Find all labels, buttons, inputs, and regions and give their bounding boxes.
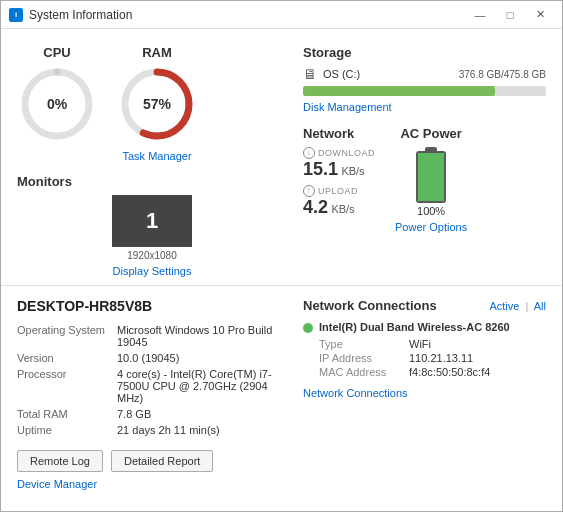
network-section: Network ↓ DOWNLOAD 15.1 KB/s ↑ bbox=[303, 126, 375, 233]
table-row: MAC Address f4:8c:50:50:8c:f4 bbox=[319, 365, 510, 379]
battery-container bbox=[414, 147, 448, 203]
cpu-label: CPU bbox=[43, 45, 70, 60]
left-panel: CPU 0% RAM bbox=[17, 45, 287, 277]
ram-value-info: 7.8 GB bbox=[117, 406, 287, 422]
net-filter-links: Active | All bbox=[489, 300, 546, 312]
remote-log-button[interactable]: Remote Log bbox=[17, 450, 103, 472]
maximize-button[interactable]: □ bbox=[496, 5, 524, 25]
uptime-label: Uptime bbox=[17, 422, 117, 438]
drive-size: 376.8 GB/475.8 GB bbox=[459, 69, 546, 80]
top-section: CPU 0% RAM bbox=[1, 29, 562, 286]
cpu-gauge-item: CPU 0% bbox=[17, 45, 97, 144]
connection-status-dot bbox=[303, 323, 313, 333]
monitor-display: 1 bbox=[112, 195, 192, 247]
task-manager-link[interactable]: Task Manager bbox=[122, 150, 191, 162]
monitor-resolution: 1920x1080 bbox=[17, 250, 287, 261]
net-connections-header: Network Connections Active | All bbox=[303, 298, 546, 313]
uptime-value: 21 days 2h 11 min(s) bbox=[117, 422, 287, 438]
minimize-button[interactable]: — bbox=[466, 5, 494, 25]
ac-power-section: AC Power 100% Power Options bbox=[395, 126, 467, 233]
table-row: Version 10.0 (19045) bbox=[17, 350, 287, 366]
upload-icon: ↑ bbox=[303, 185, 315, 197]
battery-fill bbox=[418, 153, 444, 201]
connection-details-table: Type WiFi IP Address 110.21.13.11 MAC Ad… bbox=[319, 337, 510, 379]
ram-circle: 57% bbox=[117, 64, 197, 144]
cpu-value: 0% bbox=[47, 96, 67, 112]
ip-label: IP Address bbox=[319, 351, 409, 365]
upload-unit: KB/s bbox=[331, 203, 354, 215]
processor-label: Processor bbox=[17, 366, 117, 406]
battery-percent: 100% bbox=[417, 205, 445, 217]
ram-value: 57% bbox=[143, 96, 171, 112]
processor-value: 4 core(s) - Intel(R) Core(TM) i7-7500U C… bbox=[117, 366, 287, 406]
ram-label-info: Total RAM bbox=[17, 406, 117, 422]
network-connections-panel: Network Connections Active | All Intel(R… bbox=[303, 298, 546, 499]
net-connections-title: Network Connections bbox=[303, 298, 437, 313]
separator: | bbox=[525, 300, 528, 312]
table-row: Operating System Microsoft Windows 10 Pr… bbox=[17, 322, 287, 350]
display-settings-link[interactable]: Display Settings bbox=[17, 265, 287, 277]
type-label: Type bbox=[319, 337, 409, 351]
system-info-panel: DESKTOP-HR85V8B Operating System Microso… bbox=[17, 298, 287, 499]
upload-value: 4.2 bbox=[303, 197, 328, 217]
drive-icon: 🖥 bbox=[303, 66, 317, 82]
connection-details: Intel(R) Dual Band Wireless-AC 8260 Type… bbox=[319, 321, 510, 379]
detailed-report-button[interactable]: Detailed Report bbox=[111, 450, 213, 472]
mac-value: f4:8c:50:50:8c:f4 bbox=[409, 365, 510, 379]
battery-body bbox=[416, 151, 446, 203]
version-value: 10.0 (19045) bbox=[117, 350, 287, 366]
table-row: Total RAM 7.8 GB bbox=[17, 406, 287, 422]
os-value: Microsoft Windows 10 Pro Build 19045 bbox=[117, 322, 287, 350]
upload-label: ↑ UPLOAD bbox=[303, 185, 375, 197]
ram-label: RAM bbox=[142, 45, 172, 60]
cpu-ram-row: CPU 0% RAM bbox=[17, 45, 287, 162]
storage-row: 🖥 OS (C:) 376.8 GB/475.8 GB bbox=[303, 66, 546, 82]
download-stat: ↓ DOWNLOAD 15.1 KB/s bbox=[303, 147, 375, 181]
download-value: 15.1 bbox=[303, 159, 338, 179]
close-button[interactable]: ✕ bbox=[526, 5, 554, 25]
active-link[interactable]: Active bbox=[489, 300, 519, 312]
computer-name: DESKTOP-HR85V8B bbox=[17, 298, 287, 314]
action-buttons: Remote Log Detailed Report bbox=[17, 450, 287, 472]
content-area: CPU 0% RAM bbox=[1, 29, 562, 511]
system-info-table: Operating System Microsoft Windows 10 Pr… bbox=[17, 322, 287, 438]
app-icon: i bbox=[9, 8, 23, 22]
download-icon: ↓ bbox=[303, 147, 315, 159]
network-power-row: Network ↓ DOWNLOAD 15.1 KB/s ↑ bbox=[303, 126, 546, 233]
connection-item: Intel(R) Dual Band Wireless-AC 8260 Type… bbox=[303, 321, 546, 379]
cpu-circle: 0% bbox=[17, 64, 97, 144]
mac-label: MAC Address bbox=[319, 365, 409, 379]
monitor-count: 1 bbox=[146, 208, 158, 234]
title-bar: i System Information — □ ✕ bbox=[1, 1, 562, 29]
table-row: Uptime 21 days 2h 11 min(s) bbox=[17, 422, 287, 438]
right-panel: Storage 🖥 OS (C:) 376.8 GB/475.8 GB Disk… bbox=[303, 45, 546, 277]
table-row: IP Address 110.21.13.11 bbox=[319, 351, 510, 365]
main-window: i System Information — □ ✕ CPU bbox=[0, 0, 563, 512]
download-unit: KB/s bbox=[341, 165, 364, 177]
disk-management-link[interactable]: Disk Management bbox=[303, 101, 392, 113]
device-manager-link[interactable]: Device Manager bbox=[17, 478, 287, 490]
monitors-section: Monitors 1 1920x1080 Display Settings bbox=[17, 174, 287, 277]
power-options-link[interactable]: Power Options bbox=[395, 221, 467, 233]
storage-bar-container bbox=[303, 86, 546, 96]
ip-value: 110.21.13.11 bbox=[409, 351, 510, 365]
all-link[interactable]: All bbox=[534, 300, 546, 312]
table-row: Processor 4 core(s) - Intel(R) Core(TM) … bbox=[17, 366, 287, 406]
network-connections-link[interactable]: Network Connections bbox=[303, 387, 546, 399]
ram-gauge-item: RAM 57% bbox=[117, 45, 197, 144]
type-value: WiFi bbox=[409, 337, 510, 351]
os-label: Operating System bbox=[17, 322, 117, 350]
storage-section: Storage 🖥 OS (C:) 376.8 GB/475.8 GB Disk… bbox=[303, 45, 546, 114]
monitors-title: Monitors bbox=[17, 174, 287, 189]
ram-gauge-group: RAM 57% Task Manager bbox=[117, 45, 197, 162]
download-label: ↓ DOWNLOAD bbox=[303, 147, 375, 159]
storage-title: Storage bbox=[303, 45, 546, 60]
table-row: Type WiFi bbox=[319, 337, 510, 351]
ac-power-title: AC Power bbox=[400, 126, 461, 141]
drive-label: OS (C:) bbox=[323, 68, 453, 80]
storage-bar-fill bbox=[303, 86, 495, 96]
version-label: Version bbox=[17, 350, 117, 366]
window-controls: — □ ✕ bbox=[466, 5, 554, 25]
title-bar-text: System Information bbox=[29, 8, 466, 22]
connection-name: Intel(R) Dual Band Wireless-AC 8260 bbox=[319, 321, 510, 333]
